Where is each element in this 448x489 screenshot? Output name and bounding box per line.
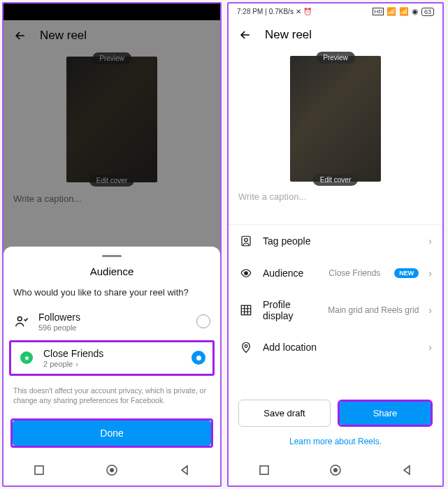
chevron-right-icon: › (428, 342, 432, 353)
new-badge: NEW (394, 268, 419, 278)
row-add-location[interactable]: Add location › (229, 331, 442, 363)
signal2-icon: 📶 (399, 7, 409, 16)
tag-people-label: Tag people (263, 235, 419, 247)
profile-display-label: Profile display (263, 299, 318, 321)
nav-back-icon[interactable] (401, 465, 412, 476)
tag-people-icon (239, 235, 253, 247)
status-bar: 7:28 PM | 0.7KB/s ✕ ⏰ HD 📶 📶 ◉ 63 (229, 3, 442, 20)
chevron-right-icon: › (428, 305, 432, 316)
audience-sheet-screen: New reel Preview Edit cover Write a capt… (2, 2, 222, 487)
wifi-icon: ◉ (412, 7, 419, 16)
row-profile-display[interactable]: Profile display Main grid and Reels grid… (229, 289, 442, 331)
svg-point-8 (245, 345, 247, 348)
nav-home-icon[interactable] (329, 464, 342, 476)
back-arrow-icon[interactable] (238, 28, 252, 42)
page-title: New reel (265, 28, 312, 42)
svg-point-5 (245, 238, 248, 242)
close-friends-label: Close Friends (43, 348, 183, 359)
battery-icon: 63 (421, 8, 434, 16)
learn-more-link[interactable]: Learn more about Reels. (229, 431, 442, 455)
audience-icon (239, 267, 253, 279)
profile-display-value: Main grid and Reels grid (328, 305, 419, 315)
nav-home-icon[interactable] (106, 464, 118, 476)
save-draft-button[interactable]: Save draft (238, 400, 331, 427)
dnd-icon: ✕ (296, 8, 301, 15)
audience-bottom-sheet: Audience Who would you like to share you… (3, 247, 220, 486)
svg-rect-7 (241, 305, 251, 315)
new-reel-screen: 7:28 PM | 0.7KB/s ✕ ⏰ HD 📶 📶 ◉ 63 New re… (227, 2, 444, 487)
svg-rect-9 (260, 466, 268, 474)
svg-point-6 (245, 272, 247, 275)
grid-icon (239, 304, 253, 316)
nav-recent-icon[interactable] (34, 465, 45, 476)
nav-back-icon[interactable] (179, 465, 190, 476)
reel-preview: Preview Edit cover (229, 56, 442, 182)
sheet-grabber[interactable] (102, 255, 122, 257)
header: New reel (229, 20, 442, 50)
preview-label[interactable]: Preview (316, 52, 355, 64)
row-audience[interactable]: Audience Close Friends NEW › (229, 257, 442, 289)
share-button[interactable]: Share (340, 402, 431, 425)
add-location-label: Add location (263, 342, 419, 353)
disclaimer-text: This doesn't affect your account privacy… (3, 379, 220, 414)
reel-settings: Tag people › Audience Close Friends NEW … (229, 224, 442, 363)
android-nav-bar (229, 455, 442, 486)
option-close-friends[interactable]: ★ Close Friends 2 people› (9, 340, 215, 376)
option-followers[interactable]: Followers 596 people (3, 306, 220, 337)
sheet-question: Who would you like to share your reel wi… (3, 287, 220, 306)
nav-recent-icon[interactable] (259, 465, 270, 476)
close-friends-sub[interactable]: 2 people› (43, 360, 183, 368)
caption-input[interactable]: Write a caption... (229, 182, 442, 224)
svg-point-0 (17, 317, 22, 321)
alarm-icon: ⏰ (303, 8, 312, 15)
svg-rect-1 (35, 466, 43, 474)
close-friends-icon: ★ (18, 351, 35, 364)
status-time: 7:28 PM (237, 8, 263, 15)
followers-radio[interactable] (196, 314, 210, 328)
chevron-right-icon: › (75, 360, 78, 368)
android-nav-bar (3, 455, 220, 486)
done-button[interactable]: Done (13, 421, 211, 446)
chevron-right-icon: › (428, 235, 432, 247)
signal-icon: 📶 (386, 7, 396, 16)
followers-sub: 596 people (38, 323, 188, 332)
sheet-title: Audience (3, 265, 220, 277)
svg-point-11 (333, 468, 338, 472)
svg-rect-4 (242, 236, 250, 246)
audience-label: Audience (263, 268, 319, 279)
svg-point-3 (110, 468, 114, 472)
chevron-right-icon: › (428, 268, 432, 279)
followers-label: Followers (38, 312, 188, 323)
followers-icon (13, 314, 30, 329)
status-net-speed: 0.7KB/s (269, 8, 294, 15)
audience-value: Close Friends (328, 268, 380, 278)
edit-cover-button[interactable]: Edit cover (313, 174, 358, 186)
action-buttons: Save draft Share (229, 390, 442, 431)
volte-icon: HD (373, 8, 384, 15)
close-friends-radio-selected[interactable] (192, 351, 205, 365)
location-icon (239, 341, 253, 353)
row-tag-people[interactable]: Tag people › (229, 225, 442, 257)
android-status-bar (3, 3, 220, 20)
